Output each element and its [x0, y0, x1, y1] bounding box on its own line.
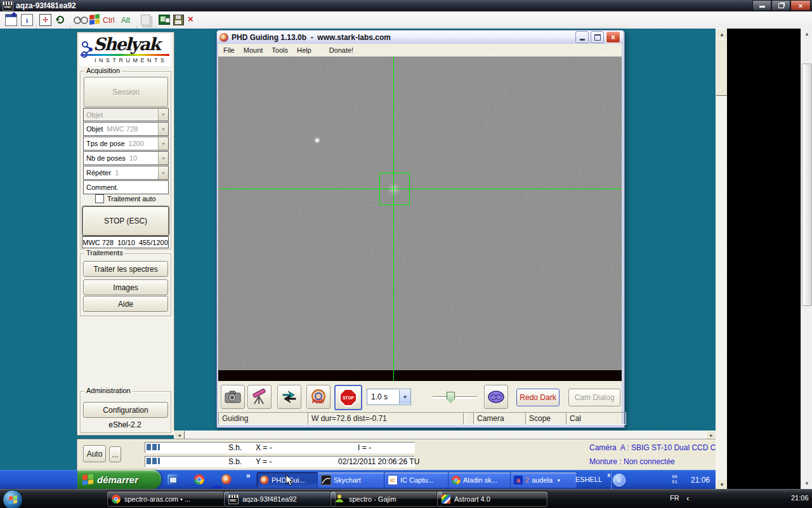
field-star[interactable] — [313, 136, 322, 145]
close-icon: × — [611, 33, 615, 42]
menu-file[interactable]: File — [219, 44, 239, 56]
nb-de-poses-row[interactable]: Nb de poses 10 ▼ — [83, 151, 169, 165]
menu-help[interactable]: Help — [292, 44, 316, 56]
shelyak-logo: Shelyak INSTRUMENTS — [79, 34, 171, 66]
close-button[interactable]: × — [790, 0, 811, 11]
horizontal-scrollbar[interactable] — [174, 431, 716, 439]
quicklaunch-mail-icon[interactable] — [167, 474, 178, 485]
start-button[interactable]: démarrer — [77, 470, 161, 489]
remote-scrollbar-thumb[interactable] — [716, 39, 728, 96]
save-icon[interactable] — [173, 15, 184, 25]
alt-key-button[interactable]: Alt — [121, 16, 130, 25]
logo-rainbow-bar — [81, 54, 169, 56]
host-task-astroart[interactable]: Astroart 4.0 — [436, 491, 548, 507]
send-clipboard-icon[interactable] — [159, 15, 170, 25]
administration-group-title: Administration — [84, 387, 133, 394]
loop-exposures-button[interactable] — [277, 385, 301, 409]
ctrl-alt-del-icon[interactable] — [74, 17, 86, 23]
exposure-dropdown-button[interactable]: ▼ — [399, 390, 410, 404]
quicklaunch-phd-icon[interactable] — [221, 474, 232, 485]
host-clock[interactable]: 21:06 — [791, 494, 809, 502]
tray-counter-badge[interactable]: 00 51 — [671, 474, 679, 485]
start-orb[interactable] — [3, 490, 23, 508]
datetime-label: 02/12/2011 20:06:26 TU — [338, 457, 419, 466]
restore-button[interactable] — [771, 0, 790, 11]
quicklaunch-overflow-chevron[interactable]: » — [246, 471, 251, 480]
traitement-auto-checkbox[interactable]: Traitement auto — [95, 194, 165, 203]
phd-titlebar[interactable]: PHD Guiding 1.13.0b - www.stark-labs.com… — [217, 30, 623, 44]
image-dark-band — [218, 370, 622, 381]
status-scope: Scope — [525, 412, 568, 425]
tps-de-pose-row[interactable]: Tps de pose 1200 ▼ — [83, 137, 169, 150]
repeter-row[interactable]: Répéter 1 ▼ — [83, 166, 169, 180]
guide-image[interactable] — [218, 57, 622, 381]
host-task-gajim[interactable]: spectro - Gajim — [330, 491, 443, 507]
minimize-button[interactable] — [752, 0, 771, 11]
stop-esc-button[interactable]: STOP (ESC) — [82, 206, 169, 236]
menu-mount[interactable]: Mount — [239, 44, 268, 56]
language-indicator[interactable]: FR — [670, 494, 679, 502]
aide-button[interactable]: Aide — [83, 296, 168, 312]
full-screen-icon[interactable]: ✢ — [39, 14, 51, 26]
cam-dialog-button[interactable]: Cam Dialog — [568, 389, 620, 406]
menu-donate[interactable]: Donate! — [325, 44, 358, 56]
vnc-task-icon: VNC — [228, 495, 239, 504]
svg-text:PHD: PHD — [312, 398, 325, 404]
taskbar-button-aladin[interactable]: Aladin sk... — [448, 472, 515, 488]
skychart-icon — [321, 475, 331, 485]
auto-button[interactable]: Auto — [83, 445, 106, 462]
maximize-icon — [594, 34, 601, 41]
camera-icon — [225, 390, 241, 404]
configuration-button[interactable]: Configuration — [83, 402, 168, 418]
comment-row[interactable]: Comment. — [83, 180, 169, 194]
gamma-slider[interactable] — [433, 391, 477, 403]
windows-key-icon[interactable] — [89, 14, 100, 25]
traitements-group-title: Traitements — [84, 249, 125, 257]
host-scroll-down-button[interactable]: ▼ — [801, 478, 812, 489]
loop-arrows-icon — [281, 391, 298, 403]
scroll-up-icon: ▲ — [719, 32, 724, 37]
brain-button[interactable] — [484, 385, 508, 409]
connection-options-icon[interactable] — [5, 14, 17, 26]
taskbar-group-audela[interactable]: a 2 audela ▼ — [510, 472, 577, 488]
objet-placeholder-combo[interactable]: Objet ▼ — [83, 108, 169, 121]
host-task-spectro-aras[interactable]: spectro-aras.com • ... — [107, 491, 230, 507]
more-button[interactable]: ... — [109, 446, 121, 462]
phd-minimize-button[interactable] — [575, 31, 589, 43]
session-button[interactable]: Session — [84, 77, 168, 107]
connection-info-icon[interactable]: i — [21, 14, 33, 26]
image-noise — [218, 57, 622, 381]
telescope-button[interactable] — [247, 385, 272, 409]
slider-thumb[interactable] — [447, 392, 455, 403]
taskbar-button-skychart[interactable]: Skychart — [317, 472, 389, 488]
windows-flag-icon — [82, 474, 93, 485]
remote-vertical-scrollbar[interactable] — [716, 29, 727, 489]
phd-close-button[interactable]: × — [606, 31, 620, 43]
exposure-select[interactable]: 1.0 s ▼ — [367, 389, 411, 405]
images-button[interactable]: Images — [83, 279, 168, 295]
dropdown-arrow-icon: ▼ — [158, 166, 168, 179]
chevron-down-icon: ▼ — [403, 394, 408, 400]
disconnect-icon[interactable]: × — [188, 13, 193, 24]
objet-row[interactable]: Objet MWC 728 ▼ — [83, 122, 169, 136]
host-tray-collapse-chevron[interactable]: ‹ — [686, 493, 689, 503]
ctrl-key-button[interactable]: Ctrl — [103, 16, 115, 25]
refresh-icon[interactable] — [55, 14, 66, 25]
checkbox-box[interactable] — [95, 194, 104, 203]
redo-dark-button[interactable]: Redo Dark — [516, 389, 560, 406]
phd-menubar: File Mount Tools Help Donate! — [218, 44, 622, 57]
phd-maximize-button[interactable] — [591, 31, 604, 43]
tray-collapse-button[interactable]: ‹ — [613, 474, 625, 486]
traiter-les-spectres-button[interactable]: Traiter les spectres — [83, 261, 168, 277]
host-scrollbar-thumb[interactable] — [802, 64, 812, 306]
camera-button[interactable] — [221, 385, 245, 409]
host-task-vnc[interactable]: VNC aqza-93f481ea92 — [223, 491, 336, 507]
menu-tools[interactable]: Tools — [267, 44, 292, 56]
taskbar-button-ic-capture[interactable]: IC IC Captu... — [384, 472, 453, 488]
host-vertical-scrollbar[interactable]: ▲ ▼ — [801, 29, 812, 489]
stop-button[interactable]: STOP — [334, 385, 362, 410]
host-scroll-up-button[interactable]: ▲ — [801, 29, 812, 39]
guide-button[interactable]: PHD — [306, 385, 331, 409]
xp-clock[interactable]: 21:06 — [691, 476, 710, 485]
quicklaunch-chrome-icon[interactable] — [194, 474, 204, 485]
